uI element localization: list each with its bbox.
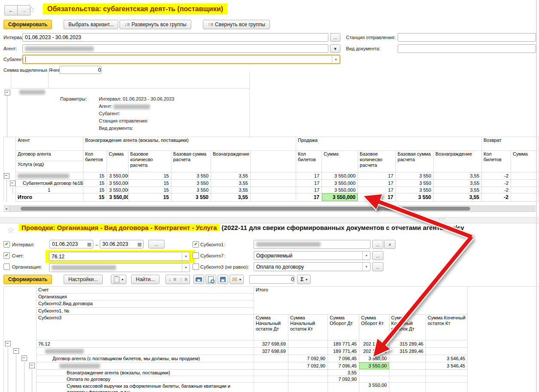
group-header[interactable]: Возврат bbox=[482, 137, 539, 151]
cell[interactable]: 3 550,000 bbox=[107, 172, 129, 180]
header-cell[interactable]: Сумма bbox=[322, 151, 358, 172]
highlighted-cell[interactable]: 3 550,000 bbox=[322, 193, 358, 202]
header-cell[interactable]: Кол билетов bbox=[482, 151, 511, 172]
chevron-down-icon[interactable]: ▾ bbox=[182, 252, 190, 260]
cell[interactable] bbox=[251, 187, 296, 193]
collapse-box[interactable] bbox=[29, 363, 35, 368]
scroll-left-icon[interactable]: ◄ bbox=[3, 206, 9, 211]
departure-field[interactable] bbox=[398, 33, 536, 42]
interval-field[interactable] bbox=[22, 33, 328, 42]
collapse-box[interactable] bbox=[10, 181, 15, 186]
panel-splitter[interactable]: ··· bbox=[0, 217, 539, 224]
scrollbar-thumb[interactable] bbox=[21, 207, 470, 211]
calendar-icon[interactable]: ▦ bbox=[138, 242, 142, 247]
cell[interactable]: 3 550,000 bbox=[322, 180, 358, 187]
cell[interactable] bbox=[426, 382, 468, 392]
cell[interactable]: 189 771,45 bbox=[328, 340, 359, 347]
header-cell[interactable]: Сумма Оборот Дт bbox=[328, 314, 359, 340]
cell[interactable]: 3,55 bbox=[328, 369, 359, 376]
collapse-all-groups-button[interactable]: ↑≡Свернуть все группы bbox=[203, 20, 270, 29]
date-from-input[interactable] bbox=[52, 240, 87, 248]
row-label[interactable] bbox=[37, 362, 254, 369]
cell[interactable]: 3,55 bbox=[211, 180, 251, 187]
cell[interactable] bbox=[389, 362, 426, 369]
cell[interactable] bbox=[511, 193, 539, 202]
back-button[interactable]: ← bbox=[4, 5, 18, 15]
generate-button[interactable]: Сформировать bbox=[3, 275, 52, 284]
save-button[interactable] bbox=[217, 275, 228, 284]
cell[interactable] bbox=[389, 382, 426, 392]
doctype-field[interactable] bbox=[398, 44, 536, 53]
cell[interactable] bbox=[426, 340, 468, 347]
date-from-field[interactable]: ▦ bbox=[49, 240, 93, 248]
header-cell[interactable]: Договор агента bbox=[16, 151, 83, 161]
report-variant-button[interactable]: ▾ bbox=[111, 275, 126, 284]
cell[interactable] bbox=[389, 376, 426, 382]
cell[interactable] bbox=[288, 376, 328, 382]
cell[interactable]: 3 550,000 bbox=[107, 187, 129, 193]
subconto1-checkbox[interactable]: ✔ bbox=[193, 241, 199, 248]
header-cell[interactable]: Базовая сумма расчета bbox=[396, 151, 434, 172]
cell[interactable] bbox=[511, 172, 539, 180]
row-label[interactable]: Субагентский договор №1Б/2021 bbox=[16, 180, 83, 187]
account-checkbox[interactable]: ✔ bbox=[3, 252, 10, 259]
cell[interactable] bbox=[288, 347, 328, 355]
cell[interactable]: 17 bbox=[358, 180, 396, 187]
cell[interactable]: 7 092,90 bbox=[288, 355, 328, 362]
favorite-star-icon[interactable]: ☆ bbox=[28, 4, 35, 15]
cell[interactable]: 15 bbox=[129, 193, 172, 202]
row-label[interactable]: 1 bbox=[16, 187, 83, 193]
cell[interactable]: 3 550 bbox=[396, 172, 434, 180]
row-label[interactable] bbox=[16, 172, 83, 180]
subconto7-checkbox[interactable] bbox=[193, 252, 199, 259]
cell[interactable] bbox=[389, 369, 426, 376]
cell[interactable]: 3,55 bbox=[434, 193, 482, 202]
cell[interactable]: 3 546,45 bbox=[426, 362, 468, 369]
cell[interactable]: 15 bbox=[83, 187, 107, 193]
cell[interactable] bbox=[254, 376, 288, 382]
cell[interactable] bbox=[288, 382, 328, 392]
subconto1-clear-button[interactable]: × bbox=[384, 240, 395, 249]
cell[interactable]: 327 698,69 bbox=[254, 340, 288, 347]
settings-button[interactable]: Настройки... bbox=[64, 275, 103, 284]
agent-field[interactable] bbox=[22, 44, 328, 53]
row-label[interactable]: Вознаграждение агента (вокзалы, поставщи… bbox=[37, 369, 254, 376]
cell[interactable] bbox=[389, 355, 426, 362]
subconto3-field[interactable]: Оплата по договору▾ bbox=[254, 262, 371, 271]
header-cell[interactable]: Услуга (код) bbox=[16, 161, 83, 172]
subconto1-field[interactable] bbox=[254, 240, 371, 249]
cell[interactable]: -2 bbox=[482, 193, 511, 202]
cell[interactable]: 7 096,45 bbox=[328, 362, 359, 369]
header-cell[interactable]: Сумма Оборот Кт bbox=[359, 314, 389, 340]
header-cell[interactable]: Организация bbox=[37, 294, 254, 300]
row-label[interactable]: Оплата по договору bbox=[37, 376, 254, 382]
cell[interactable]: -2 bbox=[482, 187, 511, 193]
cell[interactable] bbox=[426, 369, 468, 376]
calendar-icon[interactable]: ▦ bbox=[87, 242, 92, 247]
header-cell[interactable]: Сумма bbox=[107, 151, 129, 172]
subconto3-more-button[interactable]: ... bbox=[372, 262, 383, 271]
cell[interactable] bbox=[288, 340, 328, 347]
interval-input[interactable] bbox=[25, 34, 328, 41]
header-cell[interactable]: Субконто3 bbox=[37, 314, 254, 340]
date-to-input[interactable] bbox=[102, 240, 138, 248]
cell[interactable] bbox=[359, 369, 389, 376]
cell[interactable]: 17 bbox=[296, 180, 322, 187]
sigma-sum-button[interactable]: Σ▾ bbox=[297, 275, 311, 284]
cell[interactable]: 3 550,000 bbox=[322, 172, 358, 180]
cell[interactable] bbox=[288, 369, 328, 376]
cell[interactable]: 15 bbox=[129, 187, 172, 193]
chevron-down-icon[interactable]: ▾ bbox=[362, 251, 370, 260]
preview-button[interactable] bbox=[205, 275, 216, 284]
row-label[interactable]: Итого bbox=[16, 193, 83, 202]
cell[interactable]: 7 092,90 bbox=[288, 362, 328, 369]
cell[interactable]: 3 550 bbox=[396, 187, 434, 193]
cell[interactable]: 3,55 bbox=[434, 172, 482, 180]
cell[interactable]: -2 bbox=[482, 172, 511, 180]
favorite-star-icon[interactable]: ☆ bbox=[7, 225, 15, 235]
cell[interactable]: 202 180,68 bbox=[359, 340, 389, 347]
cell[interactable]: 3,55 bbox=[434, 187, 482, 193]
header-cell[interactable]: Субконто2.Вид договора bbox=[37, 300, 254, 307]
cell[interactable]: 7 092,90 bbox=[328, 376, 359, 382]
cell[interactable]: 7 096,45 bbox=[328, 355, 359, 362]
